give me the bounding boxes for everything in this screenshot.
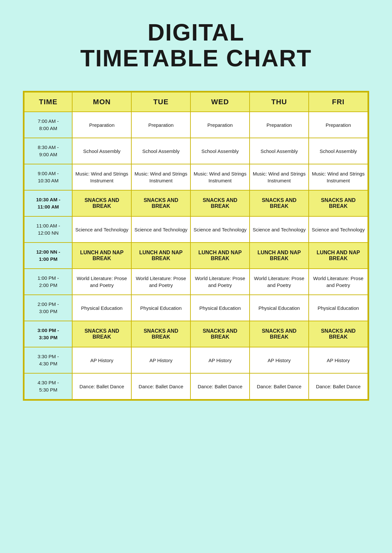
- schedule-cell: Music: Wind and Strings Instrument: [190, 164, 250, 190]
- schedule-cell: School Assembly: [131, 138, 190, 164]
- schedule-cell: World Literature: Prose and Poetry: [190, 269, 250, 295]
- timetable: TIME MON TUE WED THU FRI 7:00 AM - 8:00 …: [23, 91, 369, 401]
- table-row: 11:00 AM - 12:00 NNScience and Technolog…: [24, 216, 368, 243]
- table-row: 10:30 AM - 11:00 AMSNACKS AND BREAKSNACK…: [24, 190, 368, 216]
- table-row: 7:00 AM - 8:00 AMPreparationPreparationP…: [24, 112, 368, 138]
- table-header-row: TIME MON TUE WED THU FRI: [24, 92, 368, 112]
- time-cell: 9:00 AM - 10:30 AM: [24, 164, 72, 190]
- time-cell: 3:00 PM - 3:30 PM: [24, 321, 72, 347]
- header-mon: MON: [72, 92, 131, 112]
- time-cell: 10:30 AM - 11:00 AM: [24, 190, 72, 216]
- schedule-cell: SNACKS AND BREAK: [250, 190, 309, 216]
- schedule-cell: Preparation: [72, 112, 131, 138]
- table-row: 3:30 PM - 4:30 PMAP HistoryAP HistoryAP …: [24, 347, 368, 373]
- schedule-cell: AP History: [250, 347, 309, 373]
- schedule-cell: Preparation: [250, 112, 309, 138]
- schedule-cell: Physical Education: [190, 295, 250, 321]
- header-wed: WED: [190, 92, 250, 112]
- schedule-cell: Music: Wind and Strings Instrument: [131, 164, 190, 190]
- schedule-cell: SNACKS AND BREAK: [72, 321, 131, 347]
- schedule-cell: World Literature: Prose and Poetry: [309, 269, 368, 295]
- time-cell: 1:00 PM - 2:00 PM: [24, 269, 72, 295]
- schedule-cell: World Literature: Prose and Poetry: [72, 269, 131, 295]
- schedule-cell: School Assembly: [190, 138, 250, 164]
- table-row: 9:00 AM - 10:30 AMMusic: Wind and String…: [24, 164, 368, 190]
- header-thu: THU: [250, 92, 309, 112]
- schedule-cell: Dance: Ballet Dance: [131, 373, 190, 399]
- table-row: 3:00 PM - 3:30 PMSNACKS AND BREAKSNACKS …: [24, 321, 368, 347]
- schedule-cell: SNACKS AND BREAK: [131, 190, 190, 216]
- schedule-cell: Preparation: [309, 112, 368, 138]
- schedule-cell: SNACKS AND BREAK: [309, 190, 368, 216]
- schedule-cell: Music: Wind and Strings Instrument: [72, 164, 131, 190]
- table-row: 2:00 PM - 3:00 PMPhysical EducationPhysi…: [24, 295, 368, 321]
- time-cell: 8:30 AM - 9:00 AM: [24, 138, 72, 164]
- schedule-cell: Physical Education: [309, 295, 368, 321]
- page-title: DIGITAL TIMETABLE CHART: [80, 20, 312, 71]
- time-cell: 7:00 AM - 8:00 AM: [24, 112, 72, 138]
- schedule-cell: AP History: [72, 347, 131, 373]
- schedule-cell: LUNCH AND NAP BREAK: [131, 243, 190, 269]
- table-row: 12:00 NN - 1:00 PMLUNCH AND NAP BREAKLUN…: [24, 243, 368, 269]
- schedule-cell: Preparation: [190, 112, 250, 138]
- schedule-cell: LUNCH AND NAP BREAK: [250, 243, 309, 269]
- schedule-cell: AP History: [190, 347, 250, 373]
- schedule-cell: SNACKS AND BREAK: [250, 321, 309, 347]
- schedule-cell: Physical Education: [131, 295, 190, 321]
- time-cell: 3:30 PM - 4:30 PM: [24, 347, 72, 373]
- schedule-cell: Music: Wind and Strings Instrument: [250, 164, 309, 190]
- time-cell: 11:00 AM - 12:00 NN: [24, 216, 72, 243]
- schedule-cell: AP History: [131, 347, 190, 373]
- table-row: 1:00 PM - 2:00 PMWorld Literature: Prose…: [24, 269, 368, 295]
- header-fri: FRI: [309, 92, 368, 112]
- schedule-cell: Dance: Ballet Dance: [250, 373, 309, 399]
- header-time: TIME: [24, 92, 72, 112]
- schedule-cell: SNACKS AND BREAK: [309, 321, 368, 347]
- schedule-cell: Science and Technology: [250, 216, 309, 243]
- table-row: 4:30 PM - 5:30 PMDance: Ballet DanceDanc…: [24, 373, 368, 399]
- schedule-cell: Physical Education: [250, 295, 309, 321]
- schedule-cell: SNACKS AND BREAK: [131, 321, 190, 347]
- schedule-cell: Science and Technology: [190, 216, 250, 243]
- schedule-cell: World Literature: Prose and Poetry: [131, 269, 190, 295]
- schedule-cell: World Literature: Prose and Poetry: [250, 269, 309, 295]
- schedule-cell: Dance: Ballet Dance: [72, 373, 131, 399]
- schedule-cell: Science and Technology: [131, 216, 190, 243]
- schedule-cell: SNACKS AND BREAK: [190, 321, 250, 347]
- header-tue: TUE: [131, 92, 190, 112]
- schedule-cell: School Assembly: [72, 138, 131, 164]
- schedule-cell: Music: Wind and Strings Instrument: [309, 164, 368, 190]
- schedule-cell: Dance: Ballet Dance: [309, 373, 368, 399]
- schedule-cell: LUNCH AND NAP BREAK: [309, 243, 368, 269]
- schedule-cell: AP History: [309, 347, 368, 373]
- table-row: 8:30 AM - 9:00 AMSchool AssemblySchool A…: [24, 138, 368, 164]
- schedule-cell: School Assembly: [250, 138, 309, 164]
- schedule-cell: Science and Technology: [72, 216, 131, 243]
- schedule-cell: Physical Education: [72, 295, 131, 321]
- schedule-cell: Preparation: [131, 112, 190, 138]
- time-cell: 4:30 PM - 5:30 PM: [24, 373, 72, 399]
- schedule-cell: LUNCH AND NAP BREAK: [190, 243, 250, 269]
- schedule-cell: LUNCH AND NAP BREAK: [72, 243, 131, 269]
- schedule-cell: Dance: Ballet Dance: [190, 373, 250, 399]
- time-cell: 12:00 NN - 1:00 PM: [24, 243, 72, 269]
- time-cell: 2:00 PM - 3:00 PM: [24, 295, 72, 321]
- schedule-cell: Science and Technology: [309, 216, 368, 243]
- schedule-cell: School Assembly: [309, 138, 368, 164]
- schedule-cell: SNACKS AND BREAK: [72, 190, 131, 216]
- schedule-cell: SNACKS AND BREAK: [190, 190, 250, 216]
